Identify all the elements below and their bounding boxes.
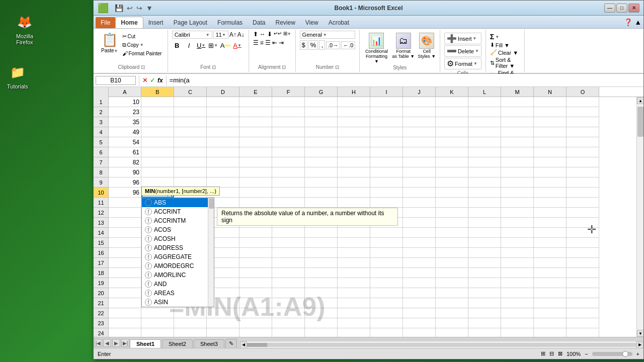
cell-D1[interactable] bbox=[207, 97, 239, 107]
cell-E15[interactable] bbox=[239, 238, 272, 248]
cell-K14[interactable] bbox=[436, 228, 468, 238]
cell-K3[interactable] bbox=[436, 117, 468, 127]
cell-O23[interactable] bbox=[567, 318, 599, 328]
cell-F8[interactable] bbox=[272, 167, 305, 177]
cell-O3[interactable] bbox=[567, 117, 599, 127]
cell-J16[interactable] bbox=[403, 248, 436, 258]
cell-A3[interactable]: 35 bbox=[109, 117, 141, 127]
cell-K9[interactable] bbox=[436, 177, 468, 188]
cell-M15[interactable] bbox=[501, 238, 534, 248]
cell-A17[interactable] bbox=[109, 258, 141, 268]
cell-E22[interactable] bbox=[239, 308, 272, 318]
cell-L20[interactable] bbox=[468, 288, 501, 298]
row-header-7[interactable]: 7 bbox=[94, 157, 108, 167]
cell-K7[interactable] bbox=[436, 157, 468, 167]
col-header-n[interactable]: N bbox=[534, 87, 567, 97]
row-header-1[interactable]: 1 bbox=[94, 97, 108, 107]
cell-I9[interactable] bbox=[370, 177, 403, 188]
cell-F17[interactable] bbox=[272, 258, 305, 268]
cell-I6[interactable] bbox=[370, 147, 403, 157]
cell-O17[interactable] bbox=[567, 258, 599, 268]
format-button[interactable]: ⚙ Format ▼ bbox=[444, 58, 481, 69]
cell-G10[interactable] bbox=[305, 188, 338, 198]
cell-H24[interactable] bbox=[338, 328, 370, 337]
format-as-table-button[interactable]: 🗂 Formatas Table ▼ bbox=[392, 33, 415, 59]
number-format-dropdown[interactable]: General ▼ bbox=[300, 31, 356, 39]
cell-M18[interactable] bbox=[501, 268, 534, 278]
cell-K11[interactable] bbox=[436, 198, 468, 208]
clipboard-expand-icon[interactable]: ⊡ bbox=[141, 64, 145, 70]
decrease-decimal-button[interactable]: ←.0 bbox=[341, 41, 355, 49]
cell-L18[interactable] bbox=[468, 268, 501, 278]
row-header-9[interactable]: 9 bbox=[94, 177, 108, 188]
col-header-l[interactable]: L bbox=[468, 87, 501, 97]
cell-J13[interactable] bbox=[403, 218, 436, 228]
cell-H18[interactable] bbox=[338, 268, 370, 278]
cell-H9[interactable] bbox=[338, 177, 370, 188]
cell-E3[interactable] bbox=[239, 117, 272, 127]
cell-O14[interactable] bbox=[567, 228, 599, 238]
zoom-minus-button[interactable]: − bbox=[585, 351, 588, 357]
cell-E6[interactable] bbox=[239, 147, 272, 157]
autocomplete-item-acosh[interactable]: fACOSH bbox=[142, 234, 214, 243]
cell-K1[interactable] bbox=[436, 97, 468, 107]
v-scroll-thumb[interactable] bbox=[637, 107, 643, 137]
cell-H6[interactable] bbox=[338, 147, 370, 157]
cell-I21[interactable] bbox=[370, 298, 403, 308]
cell-A2[interactable]: 23 bbox=[109, 107, 141, 117]
wrap-text-button[interactable]: ↵↵ bbox=[274, 31, 282, 38]
cell-O15[interactable] bbox=[567, 238, 599, 248]
cell-M12[interactable] bbox=[501, 208, 534, 218]
cell-I23[interactable] bbox=[370, 318, 403, 328]
autocomplete-item-acos[interactable]: fACOS bbox=[142, 225, 214, 234]
cell-N17[interactable] bbox=[534, 258, 567, 268]
font-size-dropdown[interactable]: 11 ▼ bbox=[213, 31, 228, 39]
cell-B2[interactable] bbox=[141, 107, 174, 117]
cell-K2[interactable] bbox=[436, 107, 468, 117]
cell-M2[interactable] bbox=[501, 107, 534, 117]
insert-function-icon[interactable]: fx bbox=[157, 77, 163, 84]
row-header-23[interactable]: 23 bbox=[94, 318, 108, 328]
sheet-tab-1[interactable]: Sheet1 bbox=[130, 339, 161, 348]
cell-I24[interactable] bbox=[370, 328, 403, 337]
cell-J23[interactable] bbox=[403, 318, 436, 328]
cell-N12[interactable] bbox=[534, 208, 567, 218]
cell-I14[interactable] bbox=[370, 228, 403, 238]
cell-G7[interactable] bbox=[305, 157, 338, 167]
cell-G20[interactable] bbox=[305, 288, 338, 298]
cell-G23[interactable] bbox=[305, 318, 338, 328]
cell-A19[interactable] bbox=[109, 278, 141, 288]
cell-E1[interactable] bbox=[239, 97, 272, 107]
cell-M24[interactable] bbox=[501, 328, 534, 337]
cell-F22[interactable] bbox=[272, 308, 305, 318]
row-header-4[interactable]: 4 bbox=[94, 127, 108, 137]
cell-F23[interactable] bbox=[272, 318, 305, 328]
cell-J10[interactable] bbox=[403, 188, 436, 198]
cell-B5[interactable] bbox=[141, 137, 174, 147]
cell-M19[interactable] bbox=[501, 278, 534, 288]
tab-page-layout[interactable]: Page Layout bbox=[169, 17, 212, 28]
row-header-3[interactable]: 3 bbox=[94, 117, 108, 127]
cell-H5[interactable] bbox=[338, 137, 370, 147]
cell-K4[interactable] bbox=[436, 127, 468, 137]
cell-J5[interactable] bbox=[403, 137, 436, 147]
cell-I4[interactable] bbox=[370, 127, 403, 137]
cell-D5[interactable] bbox=[207, 137, 239, 147]
cell-B7[interactable] bbox=[141, 157, 174, 167]
cell-A13[interactable] bbox=[109, 218, 141, 228]
cell-B23[interactable] bbox=[141, 318, 174, 328]
cell-J2[interactable] bbox=[403, 107, 436, 117]
cell-J18[interactable] bbox=[403, 268, 436, 278]
cell-N7[interactable] bbox=[534, 157, 567, 167]
cell-C5[interactable] bbox=[174, 137, 207, 147]
row-header-19[interactable]: 19 bbox=[94, 278, 108, 288]
name-box[interactable] bbox=[96, 76, 136, 85]
cell-N24[interactable] bbox=[534, 328, 567, 337]
clear-button[interactable]: 🧹 Clear ▼ bbox=[490, 49, 521, 56]
cell-J24[interactable] bbox=[403, 328, 436, 337]
cell-A22[interactable] bbox=[109, 308, 141, 318]
cell-G15[interactable] bbox=[305, 238, 338, 248]
cell-N4[interactable] bbox=[534, 127, 567, 137]
cell-A24[interactable] bbox=[109, 328, 141, 337]
cell-N2[interactable] bbox=[534, 107, 567, 117]
